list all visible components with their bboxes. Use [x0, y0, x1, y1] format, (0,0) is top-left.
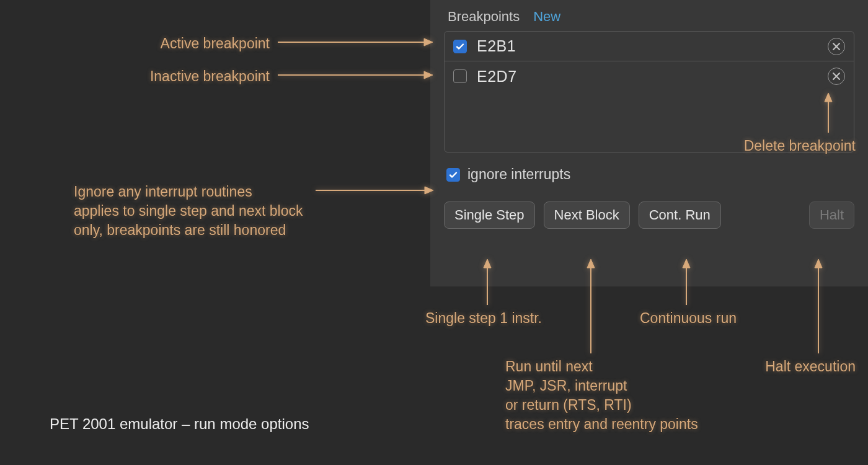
- ignore-interrupts-checkbox[interactable]: [446, 168, 460, 182]
- breakpoint-address: E2B1: [477, 37, 818, 55]
- checkmark-icon: [455, 42, 465, 51]
- close-icon: [832, 72, 841, 81]
- annotation-delete-breakpoint: Delete breakpoint: [694, 136, 856, 156]
- delete-breakpoint-button[interactable]: [828, 38, 845, 55]
- svg-marker-13: [683, 259, 690, 268]
- annotation-active-breakpoint: Active breakpoint: [102, 34, 270, 53]
- ignore-interrupts-row: ignore interrupts: [444, 166, 854, 183]
- single-step-button[interactable]: Single Step: [444, 202, 535, 229]
- svg-marker-5: [425, 187, 433, 194]
- checkmark-icon: [448, 170, 458, 180]
- arrow-icon: [273, 69, 434, 81]
- svg-marker-1: [424, 38, 433, 46]
- halt-button[interactable]: Halt: [809, 202, 854, 229]
- breakpoints-header: Breakpoints New: [444, 9, 854, 25]
- breakpoint-list: E2B1 E2D7: [444, 31, 854, 153]
- arrow-icon: [822, 93, 835, 136]
- figure-caption: PET 2001 emulator – run mode options: [50, 415, 309, 433]
- annotation-single-step: Single step 1 instr.: [406, 309, 561, 328]
- cont-run-button[interactable]: Cont. Run: [639, 202, 721, 229]
- svg-marker-9: [484, 259, 491, 268]
- arrow-icon: [481, 259, 494, 309]
- arrow-icon: [273, 36, 434, 48]
- breakpoint-enable-checkbox[interactable]: [453, 69, 467, 83]
- annotation-next-block: Run until next JMP, JSR, interrupt or re…: [505, 357, 716, 434]
- arrow-icon: [585, 259, 597, 357]
- annotation-cont-run: Continuous run: [626, 309, 750, 328]
- svg-marker-7: [825, 93, 832, 102]
- svg-marker-11: [587, 259, 595, 268]
- arrow-icon: [680, 259, 693, 309]
- delete-breakpoint-button[interactable]: [828, 68, 845, 85]
- run-controls: Single Step Next Block Cont. Run Halt: [444, 202, 854, 229]
- tab-breakpoints[interactable]: Breakpoints: [448, 9, 520, 25]
- breakpoint-enable-checkbox[interactable]: [453, 40, 467, 53]
- new-breakpoint-link[interactable]: New: [533, 9, 560, 25]
- ignore-interrupts-label: ignore interrupts: [467, 166, 570, 183]
- arrow-icon: [812, 259, 825, 357]
- breakpoint-row: E2D7: [445, 61, 854, 91]
- annotation-inactive-breakpoint: Inactive breakpoint: [102, 67, 270, 86]
- breakpoint-row: E2B1: [445, 32, 854, 61]
- close-icon: [832, 42, 841, 51]
- svg-marker-15: [815, 259, 822, 268]
- svg-marker-3: [424, 71, 433, 79]
- annotation-halt: Halt execution: [738, 357, 856, 376]
- breakpoint-address: E2D7: [477, 68, 818, 86]
- arrow-icon: [311, 184, 435, 197]
- next-block-button[interactable]: Next Block: [544, 202, 630, 229]
